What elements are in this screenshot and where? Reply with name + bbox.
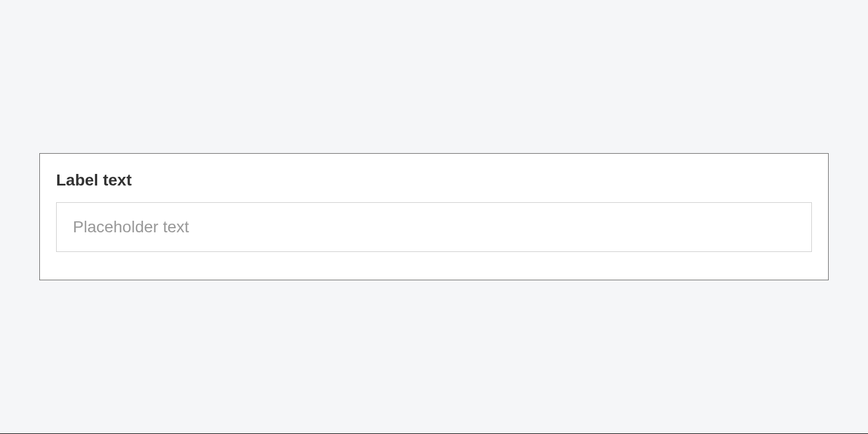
- form-card: Label text: [39, 153, 829, 280]
- input-label: Label text: [56, 171, 812, 190]
- text-input[interactable]: [56, 202, 812, 252]
